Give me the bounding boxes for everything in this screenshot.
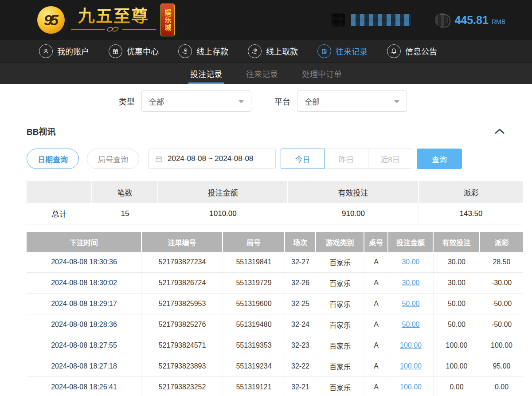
bell-icon xyxy=(387,44,401,58)
nav-label: 信息公告 xyxy=(405,45,437,57)
site-logo[interactable]: 95 九五至尊 娱乐城 xyxy=(37,4,175,36)
cell-time: 2024-08-08 18:26:41 xyxy=(27,377,142,396)
tab-transaction-records[interactable]: 往来记录 xyxy=(244,63,280,84)
bet-amount-link[interactable]: 100.00 xyxy=(400,362,422,370)
nav-item-transactions[interactable]: 往来记录 xyxy=(317,44,368,58)
cell-order-no: 521793826724 xyxy=(142,273,223,294)
cell-bet: 50.00 xyxy=(388,314,434,335)
tab-pending-orders[interactable]: 处理中订单 xyxy=(300,63,344,84)
bet-amount-link[interactable]: 50.00 xyxy=(402,321,419,328)
filter-row: 类型 全部 平台 全部 xyxy=(119,90,532,112)
summary-total-payout: 143.50 xyxy=(419,203,523,224)
col-payout: 派彩 xyxy=(480,232,523,252)
bet-amount-link[interactable]: 30.00 xyxy=(402,258,419,266)
cell-round-no: 551319234 xyxy=(223,356,285,377)
summary-total-valid-bet: 910.00 xyxy=(288,203,419,224)
cell-session: 32-23 xyxy=(285,335,316,356)
cell-payout: 100.00 xyxy=(480,335,523,356)
cell-order-no: 521793825953 xyxy=(142,294,223,314)
col-session: 场次 xyxy=(285,232,316,252)
logo-badge: 娱乐城 xyxy=(160,4,175,36)
calendar-icon xyxy=(155,155,163,163)
balance-currency: RMB xyxy=(492,18,505,25)
table-row: 2024-08-08 18:29:17521793825953551319600… xyxy=(27,294,523,314)
gift-icon xyxy=(109,44,122,58)
top-header: 95 九五至尊 娱乐城 445.81 RMB xyxy=(0,0,532,40)
platform-select[interactable]: 全部 xyxy=(297,90,407,112)
today-button[interactable]: 今日 xyxy=(281,149,325,169)
cell-payout: -30.00 xyxy=(480,273,523,294)
nav-item-announcements[interactable]: 信息公告 xyxy=(387,44,437,58)
bet-amount-link[interactable]: 50.00 xyxy=(402,300,419,307)
cell-session: 32-27 xyxy=(285,252,316,273)
nav-item-my-account[interactable]: 我的账户 xyxy=(39,44,89,58)
logo-95-emblem-icon: 95 xyxy=(37,6,65,34)
chevron-down-icon xyxy=(394,100,399,103)
bet-amount-link[interactable]: 100.00 xyxy=(400,383,422,391)
table-row: 2024-08-08 18:27:18521793823893551319234… xyxy=(27,356,523,377)
summary-total-count: 15 xyxy=(92,203,158,224)
last-8-days-button[interactable]: 近8日 xyxy=(368,149,412,169)
logo-emblem-text: 95 xyxy=(44,12,58,29)
table-row: 2024-08-08 18:30:02521793826724551319729… xyxy=(27,273,523,294)
nav-label: 优惠中心 xyxy=(127,45,159,57)
cell-payout: 28.50 xyxy=(480,252,523,273)
cell-game: 百家乐 xyxy=(316,314,364,335)
nav-item-promotions[interactable]: 优惠中心 xyxy=(109,44,159,58)
type-select-value: 全部 xyxy=(149,96,164,107)
tab-bet-records[interactable]: 投注记录 xyxy=(188,63,224,84)
yesterday-button[interactable]: 昨日 xyxy=(325,149,368,169)
user-area: 445.81 RMB xyxy=(332,0,505,40)
cell-time: 2024-08-08 18:27:55 xyxy=(27,335,142,356)
cell-valid: 100.00 xyxy=(434,335,480,356)
cell-time: 2024-08-08 18:29:17 xyxy=(27,294,142,314)
cell-valid: 0.00 xyxy=(434,377,480,396)
platform-filter-label: 平台 xyxy=(274,95,290,107)
records-icon xyxy=(317,44,331,58)
cell-order-no: 521793827234 xyxy=(142,252,223,273)
round-query-button[interactable]: 局号查询 xyxy=(87,149,139,169)
cell-table: A xyxy=(364,335,388,356)
summary-header-count: 笔数 xyxy=(92,181,158,203)
cell-payout: 95.00 xyxy=(480,356,523,377)
cell-time: 2024-08-08 18:27:18 xyxy=(27,356,142,377)
col-bet-time: 下注时间 xyxy=(27,232,142,252)
username-censored xyxy=(351,14,411,26)
cell-order-no: 521793823893 xyxy=(142,356,223,377)
date-range-input[interactable]: 2024-08-08 ~ 2024-08-08 xyxy=(148,149,276,169)
coin-balance-icon[interactable] xyxy=(435,13,448,27)
nav-label: 线上存款 xyxy=(196,45,228,57)
quick-date-group: 今日 昨日 近8日 xyxy=(281,149,412,169)
table-row: 2024-08-08 18:27:55521793824571551319353… xyxy=(27,335,523,356)
deposit-icon xyxy=(178,44,192,58)
nav-item-deposit[interactable]: 线上存款 xyxy=(178,44,228,58)
table-row: 2024-08-08 18:26:41521793823252551319121… xyxy=(27,377,523,396)
cell-valid: 50.00 xyxy=(434,294,480,314)
nav-item-withdraw[interactable]: 线上取款 xyxy=(248,44,298,58)
summary-header-bet-amount: 投注金额 xyxy=(158,181,288,203)
search-button[interactable]: 查询 xyxy=(417,149,462,169)
summary-total-label: 总计 xyxy=(27,203,92,224)
bet-amount-link[interactable]: 30.00 xyxy=(402,279,419,286)
summary-total-row: 总计 15 1010.00 910.00 143.50 xyxy=(27,203,523,224)
bet-records-table: 下注时间 注单编号 局号 场次 游戏类别 桌号 投注金额 有效投注 派彩 202… xyxy=(27,232,523,396)
cell-game: 百家乐 xyxy=(316,294,364,314)
balance-amount: 445.81 xyxy=(454,14,488,27)
date-query-button[interactable]: 日期查询 xyxy=(27,149,79,169)
cell-bet: 100.00 xyxy=(388,356,434,377)
nav-label: 我的账户 xyxy=(57,45,89,57)
cell-game: 百家乐 xyxy=(316,335,364,356)
col-table-no: 桌号 xyxy=(364,232,388,252)
cell-table: A xyxy=(364,377,388,396)
cell-valid: 100.00 xyxy=(434,356,480,377)
cell-round-no: 551319841 xyxy=(223,252,285,273)
sub-nav: 投注记录 往来记录 处理中订单 xyxy=(0,63,532,84)
type-select[interactable]: 全部 xyxy=(141,90,251,112)
collapse-section-button[interactable] xyxy=(494,128,505,135)
cell-session: 32-21 xyxy=(285,377,316,396)
balance: 445.81 RMB xyxy=(454,14,505,27)
cell-game: 百家乐 xyxy=(316,252,364,273)
cell-game: 百家乐 xyxy=(316,273,364,294)
bet-amount-link[interactable]: 100.00 xyxy=(400,341,422,349)
cell-table: A xyxy=(364,314,388,335)
